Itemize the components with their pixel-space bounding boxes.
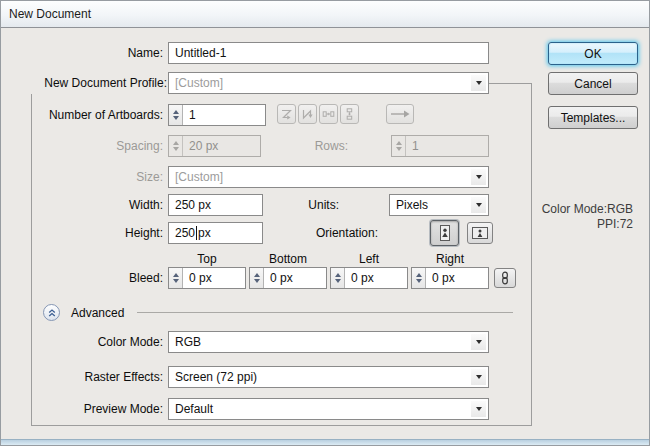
- bleed-row: Bleed: 0 px 0 px 0 px 0 px: [1, 267, 649, 289]
- preview-mode-row: Preview Mode: Default: [1, 398, 649, 420]
- height-unit: px: [198, 226, 211, 240]
- size-value: [Custom]: [175, 170, 223, 184]
- arrange-by-column-icon: [343, 108, 356, 120]
- orientation-label: Orientation:: [278, 222, 378, 244]
- rows-value: 1: [406, 139, 419, 153]
- bleed-right-value: 0 px: [426, 271, 455, 285]
- units-label: Units:: [239, 194, 339, 216]
- rows-stepper: 1: [391, 135, 489, 157]
- raster-effects-label: Raster Effects:: [1, 366, 163, 388]
- name-input[interactable]: Untitled-1: [168, 42, 489, 64]
- layout-direction-button[interactable]: [386, 104, 414, 124]
- spinner-arrows-icon: [169, 136, 183, 156]
- bleed-bottom-label: Bottom: [249, 252, 327, 266]
- bleed-columns-row: Top Bottom Left Right: [1, 252, 649, 266]
- name-value: Untitled-1: [175, 46, 226, 60]
- raster-effects-row: Raster Effects: Screen (72 ppi): [1, 366, 649, 388]
- artboards-value: 1: [183, 108, 196, 122]
- size-label: Size:: [1, 166, 163, 188]
- height-input[interactable]: 250 px: [168, 222, 263, 244]
- units-value: Pixels: [396, 198, 428, 212]
- spinner-arrows-icon[interactable]: [169, 268, 183, 288]
- spinner-arrows-icon[interactable]: [169, 105, 183, 125]
- bleed-label: Bleed:: [1, 267, 163, 289]
- arrange-by-column-button[interactable]: [340, 104, 359, 124]
- advanced-divider: [137, 312, 513, 313]
- chevron-down-icon[interactable]: [471, 169, 486, 185]
- chevron-down-icon[interactable]: [471, 75, 486, 91]
- profile-value: [Custom]: [175, 76, 223, 90]
- chain-link-icon: [499, 271, 511, 285]
- name-row: Name: Untitled-1: [1, 42, 649, 64]
- new-document-dialog: New Document OK Cancel Templates... Colo…: [0, 0, 650, 446]
- spacing-label: Spacing:: [1, 135, 163, 157]
- rows-label: Rows:: [248, 135, 348, 157]
- spinner-arrows-icon[interactable]: [250, 268, 264, 288]
- arrange-by-row-icon: [322, 108, 335, 120]
- advanced-section-label: Advanced: [71, 302, 151, 324]
- chevron-down-icon[interactable]: [471, 369, 486, 385]
- grid-by-row-icon: [280, 108, 293, 120]
- bleed-top-stepper[interactable]: 0 px: [168, 267, 246, 289]
- chevron-down-icon[interactable]: [471, 197, 486, 213]
- spinner-arrows-icon[interactable]: [331, 268, 345, 288]
- bleed-top-value: 0 px: [183, 271, 212, 285]
- bleed-left-label: Left: [330, 252, 408, 266]
- landscape-orientation-icon: [471, 226, 489, 240]
- raster-effects-dropdown[interactable]: Screen (72 ppi): [168, 366, 489, 388]
- size-row: Size: [Custom]: [1, 166, 649, 188]
- grid-by-column-button[interactable]: [298, 104, 317, 124]
- bleed-right-label: Right: [411, 252, 489, 266]
- bleed-right-stepper[interactable]: 0 px: [411, 267, 489, 289]
- advanced-collapse-button[interactable]: [43, 304, 60, 321]
- width-label: Width:: [1, 194, 163, 216]
- profile-label: New Document Profile:: [3, 72, 171, 94]
- width-row: Width: 250 px Units: Pixels: [1, 194, 649, 216]
- double-chevron-up-icon: [47, 308, 57, 318]
- bleed-bottom-value: 0 px: [264, 271, 293, 285]
- profile-row: New Document Profile: [Custom]: [1, 72, 649, 94]
- artboards-label: Number of Artboards:: [1, 104, 163, 126]
- profile-dropdown[interactable]: [Custom]: [168, 72, 489, 94]
- spacing-row: Spacing: 20 px Rows: 1: [1, 135, 649, 157]
- arrange-by-row-button[interactable]: [319, 104, 338, 124]
- right-arrow-icon: [389, 108, 411, 120]
- window-title: New Document: [9, 7, 91, 21]
- spinner-arrows-icon: [392, 136, 406, 156]
- artboards-row: Number of Artboards: 1: [1, 104, 649, 126]
- height-label: Height:: [1, 222, 163, 244]
- orientation-portrait-button[interactable]: [430, 220, 459, 246]
- preview-mode-dropdown[interactable]: Default: [168, 398, 489, 420]
- text-caret: [196, 226, 197, 240]
- spinner-arrows-icon[interactable]: [412, 268, 426, 288]
- preview-mode-label: Preview Mode:: [1, 398, 163, 420]
- color-mode-value: RGB: [175, 335, 201, 349]
- color-mode-row: Color Mode: RGB: [1, 331, 649, 353]
- chevron-down-icon[interactable]: [471, 401, 486, 417]
- portrait-orientation-icon: [436, 224, 454, 242]
- raster-effects-value: Screen (72 ppi): [175, 370, 257, 384]
- bleed-left-stepper[interactable]: 0 px: [330, 267, 408, 289]
- size-dropdown[interactable]: [Custom]: [168, 166, 489, 188]
- grid-by-column-icon: [301, 108, 314, 120]
- title-bar[interactable]: New Document: [1, 1, 649, 28]
- name-label: Name:: [1, 42, 163, 64]
- dialog-bottom-edge: [1, 439, 649, 445]
- bleed-link-button[interactable]: [494, 268, 516, 288]
- color-mode-label: Color Mode:: [1, 331, 163, 353]
- orientation-landscape-button[interactable]: [467, 222, 493, 244]
- preview-mode-value: Default: [175, 402, 213, 416]
- height-row: Height: 250 px Orientation:: [1, 222, 649, 244]
- bleed-bottom-stepper[interactable]: 0 px: [249, 267, 327, 289]
- grid-by-row-button[interactable]: [277, 104, 296, 124]
- color-mode-dropdown[interactable]: RGB: [168, 331, 489, 353]
- units-dropdown[interactable]: Pixels: [389, 194, 489, 216]
- bleed-left-value: 0 px: [345, 271, 374, 285]
- width-value: 250 px: [175, 198, 211, 212]
- bleed-top-label: Top: [168, 252, 246, 266]
- height-value: 250: [175, 226, 195, 240]
- spacing-value: 20 px: [183, 139, 218, 153]
- chevron-down-icon[interactable]: [471, 334, 486, 350]
- artboards-stepper[interactable]: 1: [168, 104, 266, 126]
